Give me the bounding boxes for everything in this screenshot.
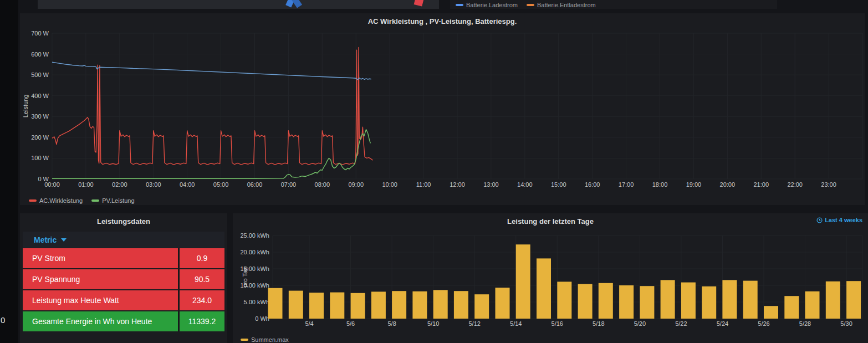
- legend-label: Batterie.Ladestrom: [466, 2, 518, 8]
- clipped-text-fragment: 0: [1, 315, 8, 325]
- legend-dash-icon: [29, 199, 37, 202]
- svg-text:5/4: 5/4: [305, 320, 313, 327]
- gauge-fragment-blue-icon: [292, 0, 302, 8]
- svg-text:5/18: 5/18: [593, 320, 604, 327]
- legend-item[interactable]: PV.Leistung: [91, 197, 134, 204]
- svg-text:5/14: 5/14: [510, 320, 522, 327]
- svg-text:5/28: 5/28: [799, 320, 811, 327]
- svg-text:13:00: 13:00: [483, 181, 499, 188]
- svg-text:0 Wh: 0 Wh: [255, 315, 269, 322]
- svg-text:5/6: 5/6: [346, 320, 355, 327]
- svg-text:300 W: 300 W: [31, 113, 49, 120]
- bar-chart-svg[interactable]: 0 Wh5.00 kWh10.00 kWh15.00 kWh20.00 kWh2…: [233, 213, 868, 343]
- svg-text:20:00: 20:00: [720, 181, 736, 188]
- svg-text:5/24: 5/24: [717, 320, 728, 327]
- svg-text:08:00: 08:00: [315, 181, 330, 188]
- legend-dash-icon: [527, 4, 534, 6]
- metric-table-rows: PV Strom0.9PV Spannung90.5Leistung max H…: [23, 248, 224, 332]
- metric-label: Gesamte Energie in Wh von Heute: [23, 311, 178, 331]
- svg-text:19:00: 19:00: [686, 181, 702, 188]
- top-cutoff-legend-panel: Batterie.LadestromBatterie.Entladestrom: [450, 0, 777, 9]
- svg-text:16:00: 16:00: [585, 181, 600, 188]
- main-chart-legend: AC.WirkleistungPV.Leistung: [29, 194, 144, 204]
- svg-text:5/26: 5/26: [758, 320, 769, 327]
- svg-text:5/20: 5/20: [634, 320, 646, 327]
- svg-text:pro Tag: pro Tag: [242, 267, 248, 288]
- metric-row: PV Spannung90.5: [23, 269, 224, 289]
- svg-text:02:00: 02:00: [112, 181, 127, 188]
- panel-title: Leistung der letzten Tage: [233, 217, 868, 226]
- svg-text:25.00 kWh: 25.00 kWh: [240, 232, 269, 239]
- metric-value: 11339.2: [178, 311, 224, 331]
- metric-label: PV Spannung: [23, 269, 178, 289]
- legend-label: PV.Leistung: [102, 197, 134, 204]
- svg-text:06:00: 06:00: [247, 181, 263, 188]
- svg-text:23:00: 23:00: [821, 181, 836, 188]
- svg-text:10:00: 10:00: [382, 181, 397, 188]
- svg-text:5/30: 5/30: [840, 320, 852, 327]
- legend-label: Summen.max: [251, 336, 289, 343]
- metric-row: Leistung max Heute Watt234.0: [23, 290, 224, 310]
- svg-text:14:00: 14:00: [517, 181, 533, 188]
- metric-header-label: Metric: [34, 236, 57, 244]
- svg-text:07:00: 07:00: [281, 181, 297, 188]
- panel-leistungsdaten: Leistungsdaten Metric PV Strom0.9PV Span…: [20, 213, 227, 343]
- svg-text:01:00: 01:00: [78, 181, 94, 188]
- main-chart-svg[interactable]: 0 W100 W200 W300 W400 W500 W600 W700 W00…: [20, 13, 865, 205]
- svg-text:400 W: 400 W: [31, 93, 49, 99]
- metric-value: 0.9: [178, 248, 224, 268]
- svg-text:11:00: 11:00: [416, 181, 431, 188]
- svg-text:600 W: 600 W: [31, 51, 49, 58]
- panel-leistung-letzte-tage: Leistung der letzten Tage Last 4 weeks 0…: [233, 213, 868, 343]
- svg-text:21:00: 21:00: [753, 181, 769, 188]
- svg-text:09:00: 09:00: [348, 181, 364, 188]
- left-margin-strip: 0: [0, 0, 18, 343]
- metric-label: PV Strom: [23, 248, 178, 268]
- svg-text:5.00 kWh: 5.00 kWh: [244, 299, 269, 305]
- metric-row: Gesamte Energie in Wh von Heute11339.2: [23, 311, 224, 331]
- svg-text:100 W: 100 W: [31, 155, 49, 161]
- battery-legend: Batterie.LadestromBatterie.Entladestrom: [456, 0, 605, 8]
- svg-text:5/22: 5/22: [675, 320, 687, 327]
- time-range-picker[interactable]: Last 4 weeks: [816, 217, 862, 223]
- legend-item[interactable]: Batterie.Entladestrom: [527, 2, 596, 8]
- panel-title: Leistungsdaten: [20, 217, 227, 226]
- svg-text:05:00: 05:00: [213, 181, 229, 188]
- legend-label: AC.Wirkleistung: [39, 197, 83, 204]
- svg-text:18:00: 18:00: [652, 181, 668, 188]
- caret-down-icon: [61, 238, 67, 242]
- svg-text:15:00: 15:00: [551, 181, 566, 188]
- svg-text:Leistung: Leistung: [22, 95, 29, 118]
- metric-row: PV Strom0.9: [23, 248, 224, 268]
- svg-text:5/10: 5/10: [427, 320, 439, 327]
- svg-text:12:00: 12:00: [450, 181, 465, 188]
- clock-icon: [816, 217, 823, 223]
- gauge-fragment-red-icon: [414, 0, 424, 7]
- svg-text:04:00: 04:00: [180, 181, 195, 188]
- metric-column-header[interactable]: Metric: [23, 232, 224, 248]
- legend-dash-icon: [91, 199, 99, 202]
- svg-text:700 W: 700 W: [31, 30, 49, 37]
- svg-text:17:00: 17:00: [619, 181, 634, 188]
- bar-chart-legend: Summen.max: [241, 333, 298, 343]
- metric-value: 234.0: [178, 290, 224, 310]
- metric-value: 90.5: [178, 269, 224, 289]
- svg-text:03:00: 03:00: [146, 181, 161, 188]
- svg-text:20.00 kWh: 20.00 kWh: [240, 249, 269, 255]
- panel-title: AC Wirkleistung , PV-Leistung, Batteries…: [20, 17, 865, 25]
- svg-text:00:00: 00:00: [44, 181, 60, 188]
- legend-item[interactable]: AC.Wirkleistung: [29, 197, 83, 204]
- legend-dash-icon: [456, 4, 463, 6]
- svg-text:500 W: 500 W: [31, 71, 49, 78]
- time-range-label: Last 4 weeks: [825, 217, 862, 223]
- legend-item[interactable]: Batterie.Ladestrom: [456, 2, 518, 8]
- legend-label: Batterie.Entladestrom: [537, 2, 596, 8]
- panel-ac-wirkleistung: AC Wirkleistung , PV-Leistung, Batteries…: [20, 13, 865, 205]
- svg-text:5/16: 5/16: [552, 320, 563, 327]
- svg-text:5/8: 5/8: [387, 320, 396, 327]
- legend-dash-icon: [241, 339, 248, 341]
- svg-text:200 W: 200 W: [31, 134, 49, 141]
- svg-text:5/12: 5/12: [468, 320, 480, 327]
- top-cutoff-panel: [38, 0, 439, 9]
- legend-item[interactable]: Summen.max: [241, 336, 289, 343]
